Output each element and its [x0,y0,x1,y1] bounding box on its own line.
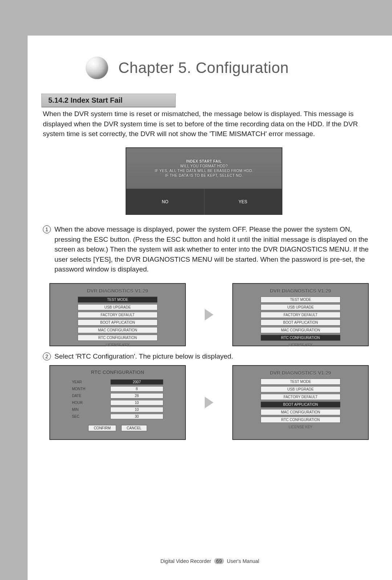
diag-menu-item: BOOT APPLICATION [261,401,340,408]
index-fail-line1: WILL YOU FORMAT HDD? [180,164,228,168]
diag-menu-item: TEST MODE [78,297,158,303]
diag-menu-left-title: DVR DIAGNOSTICS V1.29 [87,288,148,294]
step-1-number-icon: 1 [43,225,51,233]
diag-menu-item: USB UPGRADE [78,304,158,310]
step-1-text: When the above message is displayed, pow… [54,224,369,274]
rtc-confirm-button: CONFIRM [88,425,116,431]
rtc-pair: RTC CONFIGURATION YEAR2007MONTH8DATE28HO… [49,365,369,440]
arrow-right-icon [205,397,213,408]
diag-menu-item: MAC CONFIGURATION [78,327,158,333]
diag-menu-item: LICENSE KEY [261,424,340,430]
footer-right: User's Manual [227,558,259,564]
rtc-row: MIN10 [72,407,163,412]
diag-menu-item: FACTORY DEFAULT [261,312,340,318]
no-option: NO [126,189,204,215]
step-2-number-icon: 2 [43,352,51,360]
diag-menu-item: MAC CONFIGURATION [261,409,340,415]
diag-menu-right: DVR DIAGNOSTICS V1.29 TEST MODEUSB UPGRA… [232,283,369,346]
arrow-right-icon [205,309,213,320]
section-heading-wrap: 5.14.2 Index Start Fail [41,94,176,107]
index-fail-title: INDEX START FAIL [186,159,222,163]
diag-menu-item: BOOT APPLICATION [78,319,158,326]
diag-menu-item: BOOT APPLICATION [261,319,340,326]
rtc-row: SEC30 [72,414,163,419]
diag-menu-left: DVR DIAGNOSTICS V1.29 TEST MODEUSB UPGRA… [49,283,186,346]
yes-option: YES [204,189,282,215]
diag-menu-item: LICENSE KEY [261,342,340,348]
diag-menu-after-title: DVR DIAGNOSTICS V1.29 [270,370,331,376]
rtc-row: YEAR2007 [72,379,163,385]
side-bar [0,0,28,580]
footer-left: Digital Video Recorder [160,558,211,564]
footer: Digital Video Recorder 69 User's Manual [28,558,392,564]
diag-menu-item: MAC CONFIGURATION [261,327,340,333]
diag-menu-item: TEST MODE [261,297,340,303]
diag-menu-item: FACTORY DEFAULT [261,394,340,400]
rtc-value: 10 [110,400,163,405]
diag-menu-item: FACTORY DEFAULT [78,312,158,318]
chapter-row: Chapter 5. Configuration [86,57,362,79]
diag-menu-item: USB UPGRADE [261,304,340,310]
intro-paragraph: When the DVR system time is reset or mis… [43,109,369,139]
rtc-row: DATE28 [72,393,163,399]
page-number: 69 [214,558,224,564]
page: Chapter 5. Configuration 5.14.2 Index St… [28,36,392,580]
rtc-label: DATE [72,394,110,398]
diag-menu-item: USB UPGRADE [261,386,340,392]
step-2-text: Select 'RTC Configuration'. The picture … [54,351,233,362]
rtc-title: RTC CONFIGURATION [91,369,144,375]
chapter-title: Chapter 5. Configuration [118,59,289,77]
rtc-value: 30 [110,414,163,419]
diag-menu-item: TEST MODE [261,379,340,385]
diag-menu-right-title: DVR DIAGNOSTICS V1.29 [270,288,331,294]
section-heading: 5.14.2 Index Start Fail [41,94,176,107]
index-fail-line3: IF THE DATA IS TO BE KEPT, SELECT NO. [165,173,243,177]
header-bar [0,0,392,36]
index-fail-line2: IF YES, ALL THE DATA WILL BE ERASED FROM… [155,169,253,173]
rtc-value: 8 [110,386,163,392]
index-fail-options: NO YES [126,189,282,215]
diag-menu-item: RTC CONFIGURATION [261,335,340,341]
rtc-value: 2007 [110,379,163,385]
rtc-row: MONTH8 [72,386,163,392]
rtc-label: YEAR [72,380,110,384]
diag-menu-item: RTC CONFIGURATION [78,335,158,341]
rtc-cancel-button: CANCEL [121,425,147,431]
rtc-row: HOUR10 [72,400,163,405]
rtc-label: HOUR [72,401,110,405]
rtc-label: MONTH [72,387,110,391]
index-start-fail-screenshot: INDEX START FAIL WILL YOU FORMAT HDD? IF… [126,147,282,215]
rtc-value: 10 [110,407,163,412]
rtc-label: MIN [72,408,110,412]
sphere-bullet-icon [86,57,108,79]
rtc-buttons: CONFIRMCANCEL [88,425,147,431]
diag-menu-pair: DVR DIAGNOSTICS V1.29 TEST MODEUSB UPGRA… [49,283,369,346]
diag-menu-item: RTC CONFIGURATION [261,417,340,423]
index-fail-message: INDEX START FAIL WILL YOU FORMAT HDD? IF… [126,148,282,189]
rtc-value: 28 [110,393,163,399]
diag-menu-item: LICENSE KEY [78,342,158,348]
step-1: 1 When the above message is displayed, p… [43,224,369,274]
rtc-config-screenshot: RTC CONFIGURATION YEAR2007MONTH8DATE28HO… [49,365,186,440]
rtc-label: SEC [72,414,110,418]
diag-menu-after: DVR DIAGNOSTICS V1.29 TEST MODEUSB UPGRA… [232,365,369,440]
step-2: 2 Select 'RTC Configuration'. The pictur… [43,351,369,362]
